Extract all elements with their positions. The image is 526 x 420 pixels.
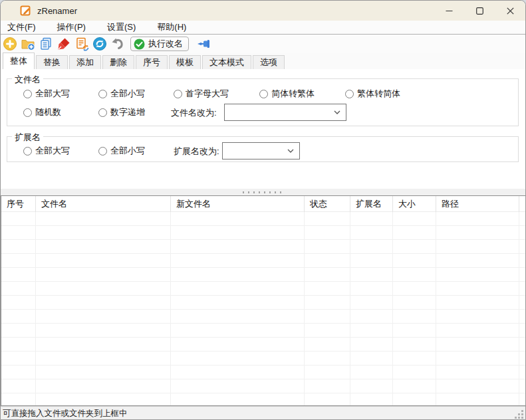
extension-group-title: 扩展名: [12, 132, 43, 144]
table-row[interactable]: [1, 352, 526, 366]
table-cell: [393, 366, 436, 379]
menubar: 文件(F) 操作(P) 设置(S) 帮助(H): [1, 21, 525, 35]
undo-icon: [110, 37, 125, 51]
add-file-button[interactable]: [3, 37, 17, 51]
resize-grip[interactable]: [521, 417, 523, 419]
tab-replace[interactable]: 替换: [36, 55, 68, 69]
minimize-button[interactable]: [434, 1, 464, 21]
undo-button[interactable]: [110, 37, 125, 51]
filename-change-combobox[interactable]: [224, 104, 346, 121]
tab-delete[interactable]: 删除: [102, 55, 134, 69]
menu-operate[interactable]: 操作(P): [51, 21, 92, 34]
table-row[interactable]: [1, 310, 526, 324]
menu-file[interactable]: 文件(F): [1, 21, 43, 34]
refresh-list-button[interactable]: [74, 37, 89, 51]
minimize-icon: [446, 7, 453, 15]
chevron-down-icon: [287, 149, 294, 153]
radio-icon: [23, 90, 32, 98]
radio-filename-uppercase[interactable]: 全部大写: [23, 88, 70, 100]
table-row[interactable]: [1, 282, 526, 296]
execute-rename-button[interactable]: 执行改名: [130, 37, 189, 51]
radio-filename-capitalize[interactable]: 首字母大写: [174, 88, 229, 100]
table-row[interactable]: [1, 268, 526, 282]
table-cell: [350, 379, 393, 393]
tab-add[interactable]: 添加: [69, 55, 101, 69]
column-header[interactable]: 扩展名: [350, 196, 393, 212]
column-header[interactable]: 新文件名: [171, 196, 305, 212]
table-cell: [1, 226, 36, 240]
table-cell: [305, 324, 350, 338]
clear-list-button[interactable]: [57, 37, 71, 51]
file-list-button[interactable]: [39, 37, 53, 51]
table-cell: [519, 296, 526, 310]
radio-icon: [98, 147, 107, 156]
table-cell: [36, 393, 171, 406]
table-cell: [1, 296, 36, 310]
radio-extension-lowercase[interactable]: 全部小写: [98, 145, 145, 157]
table-cell: [436, 324, 519, 338]
table-row[interactable]: [1, 324, 526, 338]
tab-number[interactable]: 序号: [136, 55, 168, 69]
radio-filename-lowercase[interactable]: 全部小写: [98, 88, 145, 100]
table-cell: [519, 310, 526, 324]
table-row[interactable]: [1, 226, 526, 240]
menu-settings[interactable]: 设置(S): [100, 21, 142, 34]
radio-number-increment[interactable]: 数字递增: [98, 106, 145, 118]
column-header[interactable]: 序号: [1, 196, 36, 212]
status-message: 可直接拖入文件或文件夹到上框中: [1, 408, 128, 419]
tab-whole[interactable]: 整体: [3, 52, 35, 69]
filename-change-label: 文件名改为:: [171, 107, 217, 119]
table-row[interactable]: [1, 379, 526, 393]
table-row[interactable]: [1, 254, 526, 268]
table-cell: [393, 240, 436, 254]
statusbar: 可直接拖入文件或文件夹到上框中: [1, 406, 525, 420]
table-row[interactable]: [1, 212, 526, 226]
column-header[interactable]: 路径: [436, 196, 519, 212]
pin-button[interactable]: [197, 37, 210, 51]
tab-options[interactable]: 选项: [253, 55, 285, 69]
file-table-body: [1, 212, 526, 406]
tab-text-mode[interactable]: 文本模式: [202, 55, 251, 69]
maximize-button[interactable]: [464, 1, 495, 21]
table-cell: [393, 296, 436, 310]
table-cell: [36, 212, 171, 226]
menu-help[interactable]: 帮助(H): [150, 21, 193, 34]
radio-icon: [174, 90, 182, 98]
table-row[interactable]: [1, 366, 526, 379]
table-cell: [519, 379, 526, 393]
radio-random-number[interactable]: 随机数: [23, 106, 61, 118]
sync-button[interactable]: [92, 37, 107, 51]
add-folder-button[interactable]: [21, 37, 35, 51]
file-list-icon: [39, 37, 53, 51]
table-cell: [350, 226, 393, 240]
table-row[interactable]: [1, 240, 526, 254]
table-cell: [1, 366, 36, 379]
table-cell: [36, 338, 171, 352]
column-header[interactable]: 大小: [393, 196, 436, 212]
table-cell: [1, 379, 36, 393]
table-row[interactable]: [1, 393, 526, 406]
table-cell: [305, 268, 350, 282]
close-button[interactable]: [495, 1, 525, 21]
column-header[interactable]: [519, 196, 526, 212]
extension-change-combobox[interactable]: [222, 142, 300, 159]
radio-traditional-to-simplified[interactable]: 繁体转简体: [345, 88, 400, 100]
add-file-icon: [3, 37, 17, 51]
table-cell: [350, 324, 393, 338]
radio-icon: [259, 90, 268, 98]
tab-template[interactable]: 模板: [169, 55, 201, 69]
table-row[interactable]: [1, 296, 526, 310]
radio-extension-uppercase[interactable]: 全部大写: [23, 145, 70, 157]
table-cell: [350, 212, 393, 226]
radio-simplified-to-traditional[interactable]: 简体转繁体: [259, 88, 315, 100]
table-cell: [436, 268, 519, 282]
table-cell: [393, 324, 436, 338]
column-header[interactable]: 文件名: [36, 196, 171, 212]
splitter-handle[interactable]: [1, 189, 525, 195]
table-cell: [393, 310, 436, 324]
column-header[interactable]: 状态: [305, 196, 350, 212]
pin-icon: [197, 39, 210, 49]
window-title: zRenamer: [37, 6, 77, 16]
table-row[interactable]: [1, 338, 526, 352]
table-cell: [1, 338, 36, 352]
